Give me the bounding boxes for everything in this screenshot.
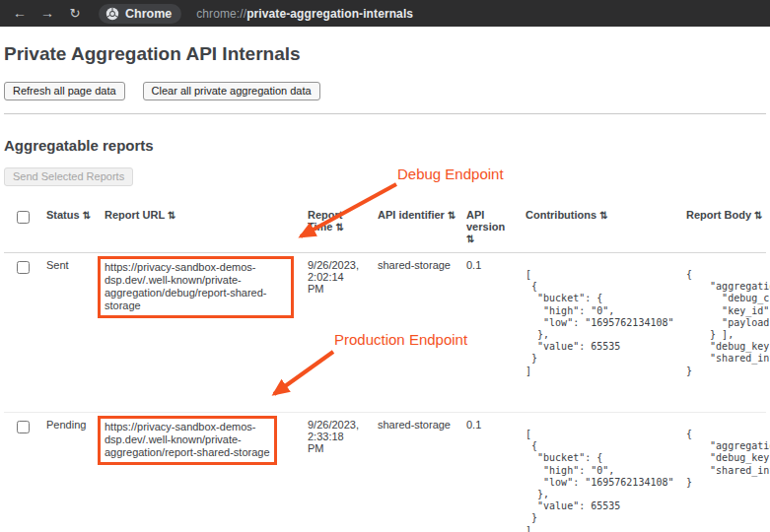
report-body-cell: { "aggregatio "debug_key" "shared_inf } xyxy=(679,413,770,495)
row-checkbox-cell xyxy=(4,413,39,435)
header-report-body[interactable]: Report Body ⇅ xyxy=(679,203,770,229)
reports-table: Status ⇅ Report URL ⇅ Report Time ⇅ API … xyxy=(4,203,766,532)
header-contributions[interactable]: Contributions ⇅ xyxy=(519,203,679,229)
report-body-json: { "aggregatio "debug_key" "shared_inf } xyxy=(686,429,767,489)
header-api-version[interactable]: API version ⇅ xyxy=(459,203,519,252)
header-report-time[interactable]: Report Time ⇅ xyxy=(301,203,371,240)
send-selected-reports-button[interactable]: Send Selected Reports xyxy=(4,167,133,186)
header-api-identifier[interactable]: API identifier ⇅ xyxy=(371,203,459,229)
report-body-cell: { "aggregatio "debug_c "key_id" "payload… xyxy=(679,253,770,383)
contributions-json: [ { "bucket": { "high": "0", "low": "169… xyxy=(525,429,672,532)
api-version-cell: 0.1 xyxy=(459,413,519,436)
api-identifier-cell: shared-storage xyxy=(371,253,459,277)
debug-endpoint-url-highlight-box: https://privacy-sandbox-demos- dsp.dev/.… xyxy=(98,256,294,318)
back-icon[interactable]: ← xyxy=(8,0,32,27)
sort-icon[interactable]: ⇅ xyxy=(466,233,473,244)
browser-toolbar: ← → ↻ Chrome chrome://private-aggregatio… xyxy=(0,0,770,27)
sort-icon[interactable]: ⇅ xyxy=(336,222,343,233)
contributions-cell: [ { "bucket": { "high": "0", "low": "169… xyxy=(519,253,679,383)
row-checkbox[interactable] xyxy=(17,261,30,274)
contributions-json: [ { "bucket": { "high": "0", "low": "169… xyxy=(525,269,672,377)
header-status[interactable]: Status ⇅ xyxy=(39,203,98,229)
table-row: Pending https://privacy-sandbox-demos- d… xyxy=(4,413,766,532)
page-content: Private Aggregation API Internals Refres… xyxy=(0,43,770,532)
url-bar[interactable]: chrome://private-aggregation-internals xyxy=(196,7,413,21)
toolbar: Refresh all page data Clear all private … xyxy=(4,82,766,100)
api-identifier-cell: shared-storage xyxy=(371,413,459,436)
clear-all-button[interactable]: Clear all private aggregation data xyxy=(143,82,320,100)
production-endpoint-url-highlight-box: https://privacy-sandbox-demos- dsp.dev/.… xyxy=(98,416,277,465)
table-header-row: Status ⇅ Report URL ⇅ Report Time ⇅ API … xyxy=(4,203,766,253)
report-url-cell: https://privacy-sandbox-demos- dsp.dev/.… xyxy=(98,413,301,471)
divider xyxy=(4,113,766,114)
row-checkbox-cell xyxy=(4,253,39,276)
report-time-cell: 9/26/2023, 2:33:18 PM xyxy=(301,413,371,460)
url-host: private-aggregation-internals xyxy=(246,7,413,21)
chrome-logo-icon xyxy=(105,7,119,21)
header-report-url[interactable]: Report URL ⇅ xyxy=(98,203,301,229)
select-all-checkbox[interactable] xyxy=(17,211,30,224)
contributions-cell: [ { "bucket": { "high": "0", "low": "169… xyxy=(519,413,679,532)
section-title: Aggregatable reports xyxy=(4,137,766,154)
report-body-json: { "aggregatio "debug_c "key_id" "payload… xyxy=(686,269,767,377)
report-time-cell: 9/26/2023, 2:02:14 PM xyxy=(301,253,371,300)
row-checkbox[interactable] xyxy=(17,421,30,433)
report-url-cell: https://privacy-sandbox-demos- dsp.dev/.… xyxy=(98,253,301,324)
refresh-all-button[interactable]: Refresh all page data xyxy=(4,82,125,100)
api-version-cell: 0.1 xyxy=(459,253,519,277)
sort-icon[interactable]: ⇅ xyxy=(83,210,90,221)
forward-icon[interactable]: → xyxy=(35,0,59,27)
sort-icon[interactable]: ⇅ xyxy=(448,210,455,221)
chrome-app-label: Chrome xyxy=(125,7,172,21)
url-scheme: chrome:// xyxy=(196,7,246,21)
sort-icon[interactable]: ⇅ xyxy=(754,210,761,221)
table-row: Sent https://privacy-sandbox-demos- dsp.… xyxy=(4,253,766,413)
reload-icon[interactable]: ↻ xyxy=(63,0,87,27)
select-all-checkbox-cell xyxy=(4,203,39,226)
page-title: Private Aggregation API Internals xyxy=(4,43,766,65)
chrome-app-badge: Chrome xyxy=(99,4,181,24)
sort-icon[interactable]: ⇅ xyxy=(168,210,175,221)
sort-icon[interactable]: ⇅ xyxy=(599,210,606,221)
status-cell: Sent xyxy=(39,253,98,277)
status-cell: Pending xyxy=(39,413,98,436)
